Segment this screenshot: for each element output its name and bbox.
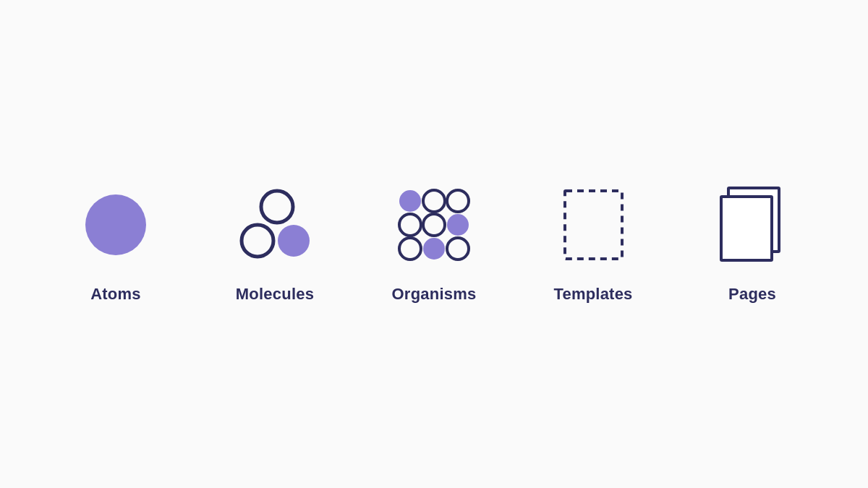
- organisms-label: Organisms: [392, 285, 477, 304]
- molecules-item[interactable]: Molecules: [217, 185, 333, 304]
- atoms-label: Atoms: [90, 285, 141, 304]
- atomic-design-row: Atoms Molecules: [58, 185, 810, 304]
- svg-point-12: [447, 238, 469, 260]
- svg-point-9: [447, 214, 469, 236]
- svg-point-4: [399, 190, 421, 212]
- svg-point-1: [261, 191, 293, 223]
- templates-item[interactable]: Templates: [535, 185, 651, 304]
- organisms-icon-container: [394, 185, 474, 265]
- pages-label: Pages: [728, 285, 776, 304]
- svg-point-11: [423, 238, 445, 260]
- svg-rect-13: [565, 191, 622, 259]
- pages-item[interactable]: Pages: [694, 185, 810, 304]
- svg-point-2: [242, 225, 273, 257]
- pages-icon-container: [712, 185, 792, 265]
- atoms-item[interactable]: Atoms: [58, 185, 174, 304]
- svg-point-0: [85, 194, 146, 255]
- svg-point-10: [399, 238, 421, 260]
- molecules-label: Molecules: [236, 285, 314, 304]
- molecules-icon: [237, 187, 313, 262]
- molecules-icon-container: [235, 185, 315, 265]
- atoms-icon: [80, 189, 152, 261]
- templates-label: Templates: [553, 285, 632, 304]
- organisms-item[interactable]: Organisms: [376, 185, 492, 304]
- svg-rect-15: [721, 197, 772, 260]
- organisms-icon: [394, 185, 474, 265]
- svg-point-5: [423, 190, 445, 212]
- atoms-icon-container: [76, 185, 156, 265]
- templates-icon-container: [553, 185, 633, 265]
- pages-icon: [718, 185, 787, 265]
- svg-point-7: [399, 214, 421, 236]
- svg-point-6: [447, 190, 469, 212]
- svg-point-3: [278, 225, 310, 257]
- templates-icon: [559, 185, 628, 265]
- svg-point-8: [423, 214, 445, 236]
